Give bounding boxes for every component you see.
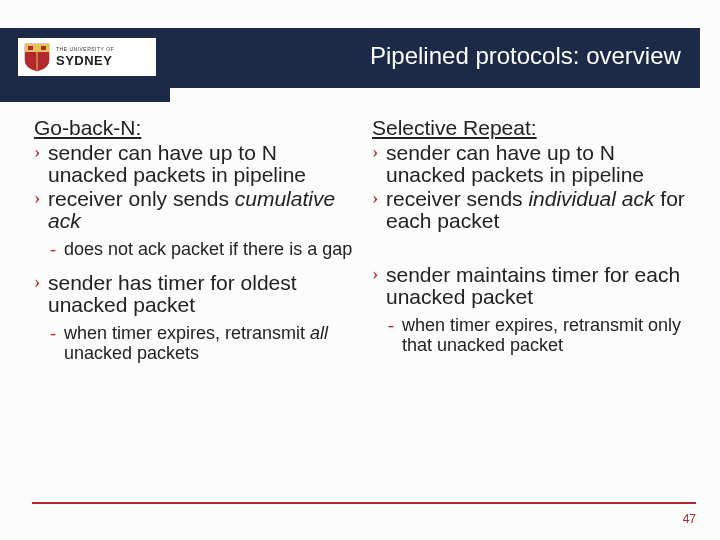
text: receiver sends [386, 187, 528, 210]
sr-bullet-3: ›sender maintains timer for each unacked… [372, 264, 692, 308]
text: unacked packets [64, 343, 199, 363]
svg-rect-1 [28, 46, 33, 50]
dash-mark: - [388, 316, 394, 336]
left-column: Go-back-N: ›sender can have up to N unac… [34, 116, 354, 364]
gbn-sub-1: -does not ack packet if there is a gap [50, 240, 354, 260]
gbn-sub-2: -when timer expires, retransmit all unac… [50, 324, 354, 364]
gbn-bullet-3: ›sender has timer for oldest unacked pac… [34, 272, 354, 316]
bullet-mark: › [372, 188, 378, 208]
bullet-mark: › [34, 142, 40, 162]
dash-mark: - [50, 240, 56, 260]
gbn-bullet-1: ›sender can have up to N unacked packets… [34, 142, 354, 186]
gbn-bullet-2: ›receiver only sends cumulative ack [34, 188, 354, 232]
text: when timer expires, retransmit [64, 323, 310, 343]
right-column: Selective Repeat: ›sender can have up to… [372, 116, 692, 364]
bullet-mark: › [372, 142, 378, 162]
text: does not ack packet if there is a gap [64, 239, 352, 259]
text: when timer expires, retransmit only that… [402, 315, 681, 355]
text: receiver only sends [48, 187, 235, 210]
sr-heading: Selective Repeat: [372, 116, 692, 140]
footer-divider [32, 502, 696, 504]
dash-mark: - [50, 324, 56, 344]
content: Go-back-N: ›sender can have up to N unac… [34, 116, 692, 364]
text: sender maintains timer for each unacked … [386, 263, 680, 308]
text-italic: individual ack [528, 187, 654, 210]
header: THE UNIVERSITY OF SYDNEY Pipelined proto… [0, 28, 720, 88]
sr-bullet-2: ›receiver sends individual ack for each … [372, 188, 692, 232]
bullet-mark: › [372, 264, 378, 284]
sr-bullet-1: ›sender can have up to N unacked packets… [372, 142, 692, 186]
logo-subtitle: THE UNIVERSITY OF [56, 47, 114, 52]
shield-icon [24, 42, 50, 72]
text: sender has timer for oldest unacked pack… [48, 271, 297, 316]
bullet-mark: › [34, 188, 40, 208]
logo-text: THE UNIVERSITY OF SYDNEY [56, 47, 114, 67]
svg-rect-2 [41, 46, 46, 50]
text: sender can have up to N unacked packets … [386, 141, 644, 186]
text-italic: all [310, 323, 328, 343]
gbn-heading: Go-back-N: [34, 116, 354, 140]
bullet-mark: › [34, 272, 40, 292]
logo-name: SYDNEY [56, 54, 114, 67]
slide-title: Pipelined protocols: overview [370, 42, 700, 70]
sr-sub-1: -when timer expires, retransmit only tha… [388, 316, 692, 356]
university-logo: THE UNIVERSITY OF SYDNEY [18, 38, 156, 76]
text: sender can have up to N unacked packets … [48, 141, 306, 186]
accent-block [0, 88, 170, 102]
page-number: 47 [683, 512, 696, 526]
